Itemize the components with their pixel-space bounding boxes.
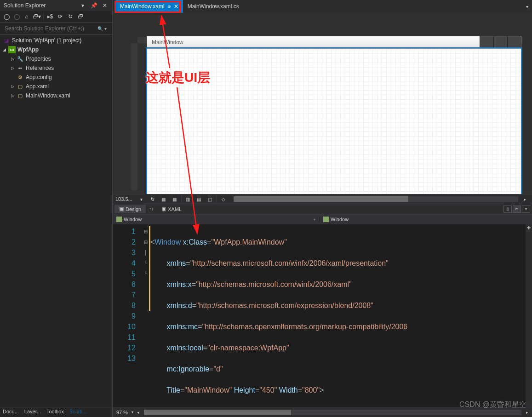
designer-pane: MainWindow 103.5...▾ fx ▦ ▦ (113, 13, 532, 214)
tab-layers[interactable]: Layer... (22, 407, 44, 417)
snap-b-icon[interactable]: ▤ (194, 195, 204, 203)
expand-icon[interactable]: ▷ (11, 66, 17, 70)
pin-icon[interactable]: 📌 (90, 2, 97, 9)
close-icon[interactable]: ✕ (101, 2, 109, 9)
hscroll[interactable] (144, 410, 521, 415)
wpf-title-buttons (480, 36, 521, 47)
chevron-down-icon[interactable]: ▾ (314, 217, 315, 222)
editor-zoom[interactable]: 97 % (116, 410, 128, 415)
solution-node[interactable]: ◪ Solution 'WpfApp' (1 project) (0, 36, 112, 45)
code-editor-pane: 12345678910111213 ⊟⊟│└└ <Window x:Class=… (113, 224, 532, 417)
tab-mainwindow-cs[interactable]: MainWindow.xaml.cs (183, 0, 244, 13)
scroll-left-icon[interactable]: ◂ (137, 410, 139, 415)
mainwindow-node[interactable]: ▷ ▢ MainWindow.xaml (0, 91, 112, 100)
line-number-gutter: 12345678910111213 (113, 224, 141, 407)
appxaml-node[interactable]: ▷ ▢ App.xaml (0, 82, 112, 91)
scroll-right-icon[interactable]: ▸ (520, 195, 529, 203)
split-vertical-button[interactable]: ▯ (503, 206, 512, 213)
split-horizontal-button[interactable]: ▭ (513, 206, 521, 213)
wpf-window-preview[interactable]: MainWindow (147, 36, 521, 194)
grid-a-icon[interactable]: ▦ (159, 195, 168, 203)
collapse-pane-button[interactable]: ▾ (522, 206, 530, 213)
code-content[interactable]: <Window x:Class="WpfApp.MainWindow" xmln… (150, 224, 526, 407)
wpf-titlebar: MainWindow (147, 36, 521, 49)
designer-tab-strip: ▣Design ↑↓ ▣XAML ▯ ▭ ▾ (113, 204, 532, 214)
snap-a-icon[interactable]: ▥ (183, 195, 193, 203)
sync-icon[interactable]: 🗗▾ (33, 13, 40, 20)
editor-status-bar: 97 % ▾ ◂ ▸ (113, 407, 532, 417)
separator (43, 13, 44, 20)
xaml-icon: ▣ (161, 206, 166, 212)
show-all-icon[interactable]: ▸$ (46, 13, 54, 20)
hscroll-thumb[interactable] (144, 410, 291, 415)
expand-icon[interactable]: ◢ (3, 47, 8, 52)
search-options-icon[interactable]: 🔍 ▾ (95, 25, 109, 32)
overview-ruler[interactable]: ✚ (526, 224, 532, 407)
forward-icon[interactable]: ◯ (13, 13, 20, 20)
tab-design[interactable]: ▣Design (114, 205, 146, 213)
refresh-icon[interactable]: ⟳ (57, 13, 64, 20)
wpf-client-area[interactable] (147, 49, 521, 194)
tab-mainwindow-xaml[interactable]: MainWindow.xaml ⊕ ✕ (115, 0, 183, 13)
zoom-level[interactable]: 103.5... (115, 196, 135, 202)
chevron-down-icon[interactable]: ▾ (137, 195, 146, 203)
project-node[interactable]: ◢ C# WpfApp (0, 45, 112, 54)
csharp-icon: C# (8, 46, 16, 53)
search-row: 🔍 ▾ (0, 23, 112, 35)
properties-icon[interactable]: 🗗 (77, 13, 84, 20)
chevron-down-icon[interactable]: ▾ (132, 410, 133, 414)
snap-c-icon[interactable]: ◫ (206, 195, 215, 203)
panel-title-bar: Solution Explorer ▾ 📌 ✕ (0, 0, 112, 11)
properties-node[interactable]: ▷ 🔧 Properties (0, 54, 112, 63)
split-icon[interactable]: ✚ (526, 224, 532, 231)
tab-solution-explorer[interactable]: Soluti... (67, 407, 89, 417)
dropdown-icon[interactable]: ▾ (79, 2, 86, 9)
document-tabs: MainWindow.xaml ⊕ ✕ MainWindow.xaml.cs ▾ (113, 0, 532, 13)
references-node[interactable]: ▷ ▪▪ References (0, 63, 112, 73)
expand-icon[interactable]: ▷ (11, 57, 17, 61)
tab-xaml[interactable]: ▣XAML (157, 205, 186, 213)
expand-icon[interactable]: ▷ (11, 84, 17, 89)
tabs-overflow-icon[interactable]: ▾ (522, 2, 532, 11)
collapse-icon[interactable]: ↻ (67, 13, 74, 20)
wrench-icon: 🔧 (17, 55, 24, 63)
search-input[interactable] (3, 23, 95, 34)
appconfig-node[interactable]: ⚙ App.config (0, 73, 112, 82)
breadcrumb-bar: Window ▾ Window (113, 214, 532, 224)
main-area: MainWindow.xaml ⊕ ✕ MainWindow.xaml.cs ▾… (113, 0, 532, 417)
home-icon[interactable]: ⌂ (23, 13, 30, 20)
swap-icon[interactable]: ↑↓ (147, 205, 156, 213)
tab-document-outline[interactable]: Docu... (0, 407, 22, 417)
maximize-icon (493, 36, 507, 47)
explorer-toolbar: ◯ ◯ ⌂ 🗗▾ ▸$ ⟳ ↻ 🗗 (0, 11, 112, 23)
code-editor[interactable]: 12345678910111213 ⊟⊟│└└ <Window x:Class=… (113, 224, 532, 407)
pin-icon[interactable]: ⊕ (167, 4, 171, 9)
scroll-right-icon[interactable]: ▸ (526, 410, 528, 415)
solution-explorer-panel: Solution Explorer ▾ 📌 ✕ ◯ ◯ ⌂ 🗗▾ ▸$ ⟳ ↻ … (0, 0, 113, 417)
xaml-icon: ▢ (17, 92, 24, 99)
minimize-icon (480, 36, 493, 47)
change-marker (149, 226, 150, 311)
selection-border (146, 47, 522, 194)
design-icon: ▣ (119, 206, 124, 212)
references-icon: ▪▪ (17, 64, 24, 72)
close-icon (507, 36, 521, 47)
grid-b-icon[interactable]: ▦ (170, 195, 179, 203)
ruler-vertical (131, 43, 137, 190)
back-icon[interactable]: ◯ (3, 13, 10, 20)
xaml-icon: ▢ (17, 83, 24, 90)
expand-icon[interactable]: ▷ (11, 93, 17, 98)
close-icon[interactable]: ✕ (174, 3, 178, 10)
crumb-window-2[interactable]: Window (320, 217, 532, 222)
design-canvas[interactable]: MainWindow (113, 13, 532, 194)
hscroll[interactable] (234, 196, 518, 202)
panel-title: Solution Explorer (4, 2, 46, 9)
designer-zoom-toolbar: 103.5...▾ fx ▦ ▦ ▥ ▤ ◫ ◇ ▸ (113, 194, 532, 204)
solution-tree: ◪ Solution 'WpfApp' (1 project) ◢ C# Wpf… (0, 35, 112, 407)
config-icon: ⚙ (17, 74, 24, 81)
crumb-window-1[interactable]: Window ▾ (113, 217, 320, 222)
lock-icon[interactable]: ◇ (219, 195, 228, 203)
tab-toolbox[interactable]: Toolbox (44, 407, 67, 417)
fx-icon[interactable]: fx (148, 195, 157, 203)
window-icon (323, 217, 329, 222)
